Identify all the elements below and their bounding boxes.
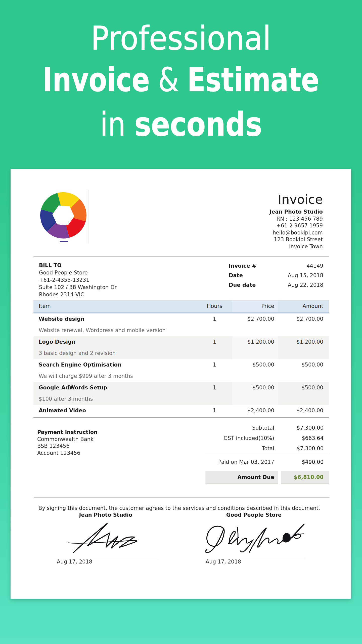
item-row-cells: Website design1$2,700.00$2,700.00 bbox=[33, 315, 329, 323]
total-row: GST included(10%)$663.64 bbox=[205, 433, 329, 444]
hero-line-1-text: Professional bbox=[91, 22, 271, 55]
hero-line-2-text: Invoice & Estimate bbox=[43, 63, 319, 96]
hero-word-estimate: Estimate bbox=[187, 61, 319, 99]
invoice-title: Invoice bbox=[278, 193, 323, 206]
column-header-item: Item bbox=[33, 300, 197, 312]
meta-row: Due dateAug 22, 2018 bbox=[229, 280, 323, 290]
payment-bsb: BSB 123456 bbox=[37, 443, 98, 450]
hero-word-in: in bbox=[100, 105, 125, 143]
meta-row: Invoice #44149 bbox=[229, 261, 323, 271]
item-description: We will charge $999 after 3 months bbox=[33, 372, 329, 380]
meta-label: Invoice # bbox=[229, 261, 256, 271]
meta-value: Aug 22, 2018 bbox=[288, 280, 323, 290]
bill-to-label: BILL TO bbox=[39, 262, 117, 269]
totals-block: Subtotal$7,300.00GST included(10%)$663.6… bbox=[205, 423, 329, 454]
company-email: hello@bookipi.com bbox=[269, 229, 323, 236]
item-price: $2,400.00 bbox=[232, 407, 278, 414]
invoice-meta: Invoice #44149DateAug 15, 2018Due dateAu… bbox=[229, 261, 323, 290]
paid-value: $490.00 bbox=[278, 457, 329, 467]
header-divider bbox=[33, 256, 329, 257]
column-header-price: Price bbox=[232, 300, 278, 312]
word-space bbox=[125, 105, 134, 143]
amount-due-gap bbox=[278, 471, 281, 484]
signature-scribble-customer bbox=[204, 523, 305, 555]
word-space bbox=[150, 61, 158, 99]
signature-date-company: Aug 17, 2018 bbox=[57, 558, 92, 565]
payment-instruction-block: Payment Instruction Commonwealth Bank BS… bbox=[37, 429, 98, 457]
total-row: Total$7,300.00 bbox=[205, 444, 329, 454]
item-name: Google AdWords Setup bbox=[33, 384, 197, 391]
logo-underline-mark bbox=[60, 241, 68, 242]
hero-line-3: in seconds bbox=[0, 108, 362, 141]
items-table-body: Website design1$2,700.00$2,700.00Website… bbox=[33, 313, 329, 418]
item-row-cells: Google AdWords Setup1$500.00$500.00 bbox=[33, 384, 329, 391]
company-phone: +61 2 9657 1959 bbox=[269, 222, 323, 229]
item-price: $2,700.00 bbox=[232, 315, 278, 323]
company-logo-shutter-icon bbox=[40, 191, 87, 239]
item-description: $100 after 3 months bbox=[33, 395, 329, 403]
item-hours: 1 bbox=[197, 315, 232, 323]
total-label: GST included(10%) bbox=[205, 433, 278, 444]
signature-block-company: Jean Photo Studio Aug 17, 2018 bbox=[54, 511, 157, 519]
payment-instruction-title: Payment Instruction bbox=[37, 429, 98, 436]
item-price: $500.00 bbox=[232, 384, 278, 391]
item-row: Animated Video1$2,400.00$2,400.00 bbox=[33, 405, 329, 418]
item-amount: $500.00 bbox=[278, 384, 329, 391]
item-amount: $2,400.00 bbox=[278, 407, 329, 414]
signature-scribble-company bbox=[67, 521, 139, 553]
bill-to-address-2: Rhodes 2314 VIC bbox=[39, 291, 117, 298]
item-amount: $500.00 bbox=[278, 361, 329, 369]
bill-to-name: Good People Store bbox=[39, 269, 117, 276]
item-price: $500.00 bbox=[232, 361, 278, 369]
paid-label: Paid on Mar 03, 2017 bbox=[205, 457, 278, 467]
totals-divider bbox=[205, 454, 329, 454]
company-rn: RN : 123 456 789 bbox=[269, 216, 323, 223]
item-hours: 1 bbox=[197, 338, 232, 346]
column-header-hours: Hours bbox=[197, 300, 232, 312]
payment-account: Account 123456 bbox=[37, 450, 98, 457]
items-table: Item Hours Price Amount Website design1$… bbox=[33, 300, 329, 418]
item-hours: 1 bbox=[197, 384, 232, 391]
meta-value: Aug 15, 2018 bbox=[288, 271, 323, 280]
meta-label: Date bbox=[229, 271, 243, 280]
invoice-card: Invoice Jean Photo Studio RN : 123 456 7… bbox=[11, 169, 351, 599]
meta-value: 44149 bbox=[306, 261, 323, 271]
item-row-cells: Search Engine Optimisation1$500.00$500.0… bbox=[33, 361, 329, 369]
footer-divider bbox=[34, 497, 329, 498]
signature-name-company: Jean Photo Studio bbox=[54, 511, 157, 519]
paid-row-cells: Paid on Mar 03, 2017 $490.00 bbox=[205, 457, 329, 467]
item-name: Website design bbox=[33, 315, 197, 323]
payment-bank: Commonwealth Bank bbox=[37, 436, 98, 443]
item-row-cells: Animated Video1$2,400.00$2,400.00 bbox=[33, 407, 329, 414]
item-name: Search Engine Optimisation bbox=[33, 361, 197, 369]
total-value: $7,300.00 bbox=[278, 444, 329, 454]
company-block: Jean Photo Studio RN : 123 456 789 +61 2… bbox=[269, 209, 323, 250]
company-address-2: Invoice Town bbox=[269, 243, 323, 250]
bill-to-phone: +61-2-4355-13231 bbox=[39, 276, 117, 284]
item-row: Google AdWords Setup1$500.00$500.00$100 … bbox=[33, 382, 329, 405]
item-price: $1,200.00 bbox=[232, 338, 278, 346]
item-name: Logo Design bbox=[33, 338, 197, 346]
item-name: Animated Video bbox=[33, 407, 197, 414]
hero-line-1: Professional bbox=[0, 22, 362, 55]
signature-date-customer: Aug 17, 2018 bbox=[206, 558, 241, 565]
item-row-cells: Logo Design1$1,200.00$1,200.00 bbox=[33, 338, 329, 346]
amount-due-label: Amount Due bbox=[205, 471, 278, 484]
meta-label: Due date bbox=[229, 280, 256, 290]
item-row: Search Engine Optimisation1$500.00$500.0… bbox=[33, 359, 329, 382]
signing-statement: By signing this document, the customer a… bbox=[38, 504, 320, 512]
total-label: Total bbox=[205, 444, 278, 454]
hero-word-invoice: Invoice bbox=[43, 61, 150, 99]
paid-row: Paid on Mar 03, 2017 $490.00 bbox=[205, 457, 329, 467]
bill-to-block: BILL TO Good People Store +61-2-4355-132… bbox=[39, 262, 117, 298]
meta-row: DateAug 15, 2018 bbox=[229, 271, 323, 280]
column-header-amount: Amount bbox=[278, 300, 329, 312]
item-row: Website design1$2,700.00$2,700.00Website… bbox=[33, 313, 329, 336]
word-space bbox=[179, 61, 188, 99]
hero-word-professional: Professional bbox=[91, 19, 271, 57]
item-hours: 1 bbox=[197, 407, 232, 414]
hero-ampersand: & bbox=[158, 61, 179, 99]
hero-line-2: Invoice & Estimate bbox=[0, 63, 362, 96]
item-amount: $2,700.00 bbox=[278, 315, 329, 323]
amount-due-value: $6,810.00 bbox=[281, 471, 329, 484]
